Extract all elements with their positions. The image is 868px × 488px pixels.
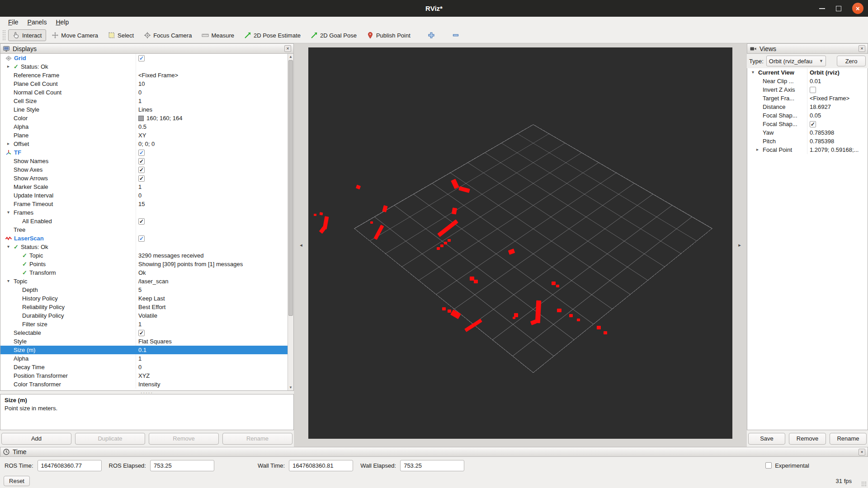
checkbox-checked[interactable] <box>138 218 145 225</box>
time-field-input[interactable] <box>400 460 464 471</box>
property-row-filter-size[interactable]: Filter size1 <box>0 320 293 328</box>
checkbox-checked[interactable] <box>138 167 145 173</box>
expand-arrow-icon[interactable]: ▸ <box>756 147 759 152</box>
close-button[interactable]: × <box>852 3 863 14</box>
left-splitter[interactable]: ◂ <box>294 43 308 447</box>
property-row-focal-shap[interactable]: Focal Shap... <box>747 120 868 128</box>
tool-move-camera-button[interactable]: Move Camera <box>47 29 103 41</box>
property-row-current-view[interactable]: ▾Current ViewOrbit (rviz) <box>747 68 868 77</box>
property-row-show-names[interactable]: Show Names <box>0 157 293 165</box>
zero-button[interactable]: Zero <box>837 56 866 66</box>
window-resize-grip[interactable] <box>861 481 867 487</box>
property-value-cell[interactable]: 18.6927 <box>807 103 868 111</box>
property-value-cell[interactable]: Showing [309] points from [1] messages <box>136 260 293 268</box>
property-value-cell[interactable]: 0.785398 <box>807 128 868 137</box>
property-value-cell[interactable] <box>136 234 293 243</box>
collapse-arrow-icon[interactable]: ▾ <box>7 244 9 249</box>
collapse-arrow-icon[interactable]: ▾ <box>7 210 9 215</box>
property-value-cell[interactable]: 1 <box>136 97 293 105</box>
property-value-cell[interactable] <box>807 85 868 94</box>
collapse-right-arrow-icon[interactable]: ▸ <box>738 242 741 248</box>
reset-button[interactable]: Reset <box>4 476 30 486</box>
color-swatch[interactable] <box>138 116 144 121</box>
property-value-cell[interactable]: 0; 0; 0 <box>136 140 293 148</box>
toolbar-drag-handle[interactable] <box>3 30 5 40</box>
displays-panel-header[interactable]: Displays × <box>0 43 294 54</box>
property-row-decay-time[interactable]: Decay Time0 <box>0 363 293 371</box>
property-row-near-clip[interactable]: Near Clip ...0.01 <box>747 77 868 85</box>
property-value-cell[interactable]: 0.785398 <box>807 137 868 145</box>
collapse-arrow-icon[interactable]: ▾ <box>7 278 9 283</box>
property-row-topic[interactable]: ▾Topic/laser_scan <box>0 277 293 286</box>
property-value-cell[interactable]: 0 <box>136 191 293 200</box>
tool-publish-point-button[interactable]: Publish Point <box>362 29 415 41</box>
property-row-invert-z-axis[interactable]: Invert Z Axis <box>747 85 868 94</box>
property-value-cell[interactable] <box>136 148 293 157</box>
displays-close-icon[interactable]: × <box>284 45 291 52</box>
property-value-cell[interactable]: 1 <box>136 320 293 328</box>
property-row-distance[interactable]: Distance18.6927 <box>747 103 868 111</box>
property-value-cell[interactable]: <Fixed Frame> <box>807 94 868 103</box>
property-row-status-ok[interactable]: ▸✓Status: Ok <box>0 62 293 71</box>
property-row-durability-policy[interactable]: Durability PolicyVolatile <box>0 311 293 320</box>
property-row-history-policy[interactable]: History PolicyKeep Last <box>0 294 293 303</box>
property-row-depth[interactable]: Depth5 <box>0 286 293 294</box>
checkbox-checked[interactable] <box>138 158 145 164</box>
property-row-selectable[interactable]: Selectable <box>0 328 293 337</box>
property-value-cell[interactable] <box>136 165 293 174</box>
tool-focus-camera-button[interactable]: Focus Camera <box>139 29 196 41</box>
experimental-checkbox[interactable] <box>765 462 772 469</box>
time-field-input[interactable] <box>150 460 214 471</box>
property-value-cell[interactable]: 0.5 <box>136 122 293 131</box>
property-value-cell[interactable]: XY <box>136 131 293 140</box>
property-value-cell[interactable]: 160; 160; 164 <box>136 114 293 122</box>
property-value-cell[interactable]: XYZ <box>136 371 293 380</box>
property-row-topic[interactable]: ✓Topic3290 messages received <box>0 251 293 260</box>
property-row-tf[interactable]: TF <box>0 148 293 157</box>
maximize-button[interactable] <box>836 6 841 11</box>
property-value-cell[interactable] <box>136 328 293 337</box>
property-row-normal-cell-count[interactable]: Normal Cell Count0 <box>0 88 293 97</box>
tool-measure-button[interactable]: Measure <box>197 29 239 41</box>
property-value-cell[interactable]: 0.01 <box>807 77 868 85</box>
time-field-input[interactable] <box>289 460 353 471</box>
collapse-arrow-icon[interactable]: ▾ <box>752 70 754 75</box>
right-splitter[interactable]: ▸ <box>732 43 747 447</box>
menu-file[interactable]: File <box>4 18 23 27</box>
property-value-cell[interactable]: 1 <box>136 183 293 191</box>
property-row-grid[interactable]: Grid <box>0 54 293 62</box>
3d-viewport[interactable] <box>308 47 732 439</box>
property-row-cell-size[interactable]: Cell Size1 <box>0 97 293 105</box>
property-row-tree[interactable]: Tree <box>0 225 293 234</box>
property-value-cell[interactable] <box>136 54 293 62</box>
time-field-input[interactable] <box>38 460 102 471</box>
scrollbar-thumb[interactable] <box>288 60 293 316</box>
property-row-alpha[interactable]: Alpha0.5 <box>0 122 293 131</box>
views-close-icon[interactable]: × <box>859 45 865 52</box>
checkbox-checked-blue[interactable] <box>138 150 145 156</box>
property-row-focal-point[interactable]: ▸Focal Point1.2079; 0.59168;... <box>747 145 868 154</box>
rename-button[interactable]: Rename <box>830 433 867 445</box>
property-value-cell[interactable]: 0.05 <box>807 111 868 120</box>
property-value-cell[interactable] <box>136 217 293 225</box>
property-value-cell[interactable]: 10 <box>136 80 293 88</box>
property-row-focal-shap[interactable]: Focal Shap...0.05 <box>747 111 868 120</box>
checkbox-checked[interactable] <box>138 175 145 182</box>
expand-arrow-icon[interactable]: ▸ <box>7 64 9 69</box>
property-value-cell[interactable]: 0 <box>136 363 293 371</box>
property-row-color-transformer[interactable]: Color TransformerIntensity <box>0 380 293 389</box>
tool-2d-goal-pose-button[interactable]: 2D Goal Pose <box>306 29 361 41</box>
property-value-cell[interactable]: Volatile <box>136 311 293 320</box>
tool-add-tool-plus-icon-button[interactable] <box>423 29 439 41</box>
property-row-yaw[interactable]: Yaw0.785398 <box>747 128 868 137</box>
property-value-cell[interactable]: Ok <box>136 268 293 277</box>
property-row-pitch[interactable]: Pitch0.785398 <box>747 137 868 145</box>
property-value-cell[interactable]: <Fixed Frame> <box>136 71 293 80</box>
property-value-cell[interactable]: 5 <box>136 286 293 294</box>
checkbox-unchecked[interactable] <box>810 87 816 93</box>
property-row-laserscan[interactable]: LaserScan <box>0 234 293 243</box>
property-value-cell[interactable]: 3290 messages received <box>136 251 293 260</box>
displays-scrollbar[interactable]: ▲ ▼ <box>288 54 293 390</box>
property-row-plane-cell-count[interactable]: Plane Cell Count10 <box>0 80 293 88</box>
property-value-cell[interactable] <box>136 208 293 217</box>
